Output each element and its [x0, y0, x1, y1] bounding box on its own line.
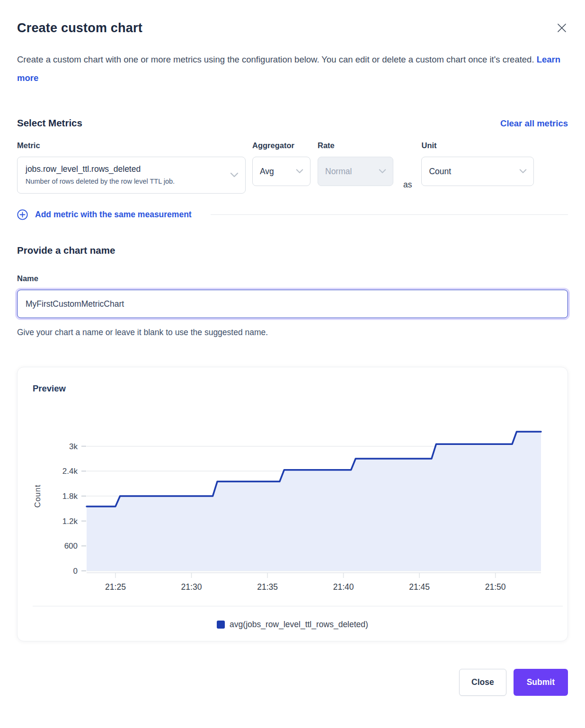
rate-select-value: Normal: [325, 167, 352, 177]
svg-text:21:30: 21:30: [181, 582, 202, 592]
svg-text:21:35: 21:35: [257, 582, 278, 592]
name-label: Name: [17, 274, 568, 283]
svg-text:1.8k: 1.8k: [62, 492, 78, 501]
svg-text:3k: 3k: [69, 442, 78, 451]
unit-field: Unit Count: [421, 141, 534, 186]
aggregator-select[interactable]: Avg: [252, 157, 310, 186]
aggregator-select-value: Avg: [260, 167, 274, 177]
add-metric-label: Add metric with the same measurement: [35, 210, 192, 220]
svg-text:2.4k: 2.4k: [62, 467, 78, 476]
svg-text:21:25: 21:25: [105, 582, 126, 592]
close-icon[interactable]: [556, 22, 568, 36]
legend-swatch: [217, 621, 225, 629]
metric-select-description: Number of rows deleted by the row level …: [26, 177, 223, 186]
chevron-down-icon: [519, 169, 527, 174]
chart-legend: avg(jobs_row_level_ttl_rows_deleted): [18, 620, 567, 630]
metric-field: Metric jobs.row_level_ttl.rows_deleted N…: [17, 141, 246, 194]
submit-button[interactable]: Submit: [514, 669, 568, 696]
chevron-down-icon: [230, 172, 239, 178]
svg-text:21:45: 21:45: [409, 582, 430, 592]
preview-chart: 06001.2k1.8k2.4k3k21:2521:3021:3521:4021…: [32, 404, 553, 594]
chart-name-heading: Provide a chart name: [17, 245, 568, 256]
name-helper-text: Give your chart a name or leave it blank…: [17, 328, 568, 337]
svg-text:21:50: 21:50: [485, 582, 506, 592]
modal-description: Create a custom chart with one or more m…: [17, 50, 568, 87]
metric-select[interactable]: jobs.row_level_ttl.rows_deleted Number o…: [17, 157, 246, 194]
metric-select-value: jobs.row_level_ttl.rows_deleted: [26, 164, 223, 174]
preview-heading: Preview: [18, 383, 567, 394]
svg-text:0: 0: [73, 567, 78, 576]
preview-chart-area: 06001.2k1.8k2.4k3k21:2521:3021:3521:4021…: [18, 404, 567, 594]
svg-text:600: 600: [64, 542, 78, 550]
preview-card: Preview 06001.2k1.8k2.4k3k21:2521:3021:3…: [17, 367, 568, 641]
as-label: as: [403, 180, 412, 194]
unit-label: Unit: [421, 141, 534, 150]
metric-label: Metric: [17, 141, 246, 150]
chevron-down-icon: [296, 169, 303, 174]
aggregator-field: Aggregator Avg: [252, 141, 310, 186]
name-input[interactable]: [17, 290, 568, 318]
create-custom-chart-modal: Create custom chart Create a custom char…: [17, 21, 568, 696]
modal-description-text: Create a custom chart with one or more m…: [17, 54, 534, 64]
svg-text:21:40: 21:40: [333, 582, 354, 592]
chevron-down-icon: [379, 169, 386, 174]
unit-select[interactable]: Count: [421, 157, 534, 186]
aggregator-label: Aggregator: [252, 141, 310, 150]
plus-circle-icon: [17, 209, 28, 220]
clear-all-metrics-link[interactable]: Clear all metrics: [500, 118, 568, 129]
select-metrics-heading: Select Metrics: [17, 117, 82, 129]
rate-select[interactable]: Normal: [318, 157, 393, 186]
divider: [211, 214, 568, 215]
legend-label: avg(jobs_row_level_ttl_rows_deleted): [230, 620, 368, 630]
rate-label: Rate: [318, 141, 393, 150]
add-metric-link[interactable]: Add metric with the same measurement: [17, 209, 192, 220]
unit-select-value: Count: [429, 167, 451, 177]
page-title: Create custom chart: [17, 21, 142, 36]
rate-field: Rate Normal: [318, 141, 393, 186]
divider: [33, 606, 563, 606]
close-button[interactable]: Close: [459, 669, 506, 696]
svg-text:1.2k: 1.2k: [62, 517, 78, 526]
svg-text:Count: Count: [33, 484, 42, 507]
